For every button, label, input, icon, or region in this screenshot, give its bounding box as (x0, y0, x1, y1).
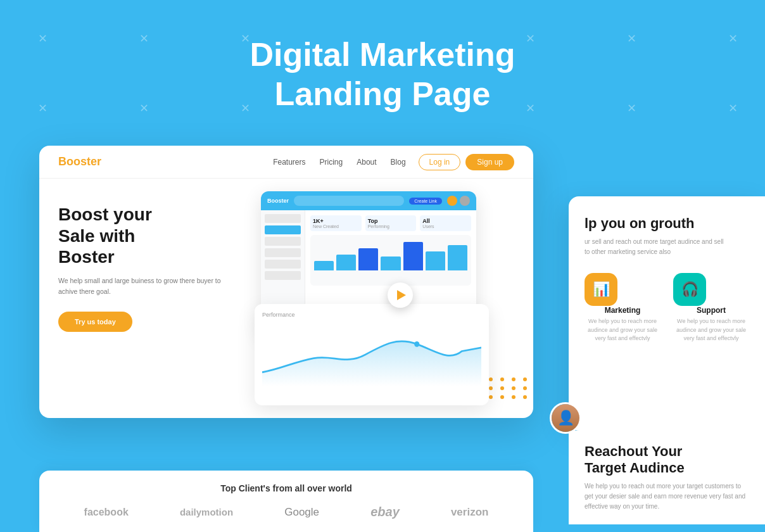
bar-chart-area (310, 235, 471, 286)
line-chart-card: Performance (255, 304, 489, 405)
dot-12 (500, 395, 504, 399)
feature-marketing-title: Marketing (585, 306, 661, 315)
hero-title: Boost your Sale with Boster (58, 204, 236, 268)
bar-3 (358, 248, 378, 270)
bar-7 (448, 245, 467, 270)
client-verizon: verizon (451, 506, 489, 519)
page-title: Digital Marketing Landing Page (0, 35, 765, 114)
marketing-icon: 📊 (593, 281, 610, 298)
client-google: Google (284, 506, 319, 519)
dot-14 (523, 395, 527, 399)
client-dailymotion: dailymotion (180, 507, 233, 517)
nav-blog[interactable]: Blog (391, 158, 406, 167)
avatar-bubble: 👤 (550, 402, 581, 434)
bar-6 (426, 251, 445, 270)
dot-8 (512, 386, 515, 390)
sidebar-item-6 (265, 271, 301, 280)
avatar-face: 👤 (552, 404, 579, 432)
sidebar-item-3 (265, 237, 301, 246)
reachout-card: Reachout Your Target Audince We help you… (569, 431, 765, 524)
stat-val-3: All (422, 218, 469, 224)
dot-4 (523, 377, 527, 381)
logo-highlight: B (58, 155, 66, 168)
clients-section: Top Client's from all over world faceboo… (39, 471, 533, 532)
hero-section: Boost your Sale with Boster We help smal… (39, 179, 533, 418)
dash-avatar (447, 196, 457, 206)
reachout-description: We help you to reach out more your targe… (585, 481, 749, 512)
signup-button[interactable]: Sign up (465, 154, 514, 170)
dash-create-btn[interactable]: Create Link (409, 198, 442, 205)
nav-about[interactable]: About (357, 158, 376, 167)
dot-11 (489, 395, 493, 399)
page-title-section: Digital Marketing Landing Page (0, 0, 765, 114)
features-title: lp you on grouth (585, 215, 749, 232)
feature-marketing-desc: We help you to reach more audince and gr… (585, 317, 661, 343)
reachout-title: Reachout Your Target Audince (585, 443, 749, 476)
sidebar-item-5 (265, 260, 301, 269)
dot-7 (500, 386, 504, 390)
features-card: lp you on grouth ur sell and reach out m… (569, 196, 765, 431)
svg-point-0 (414, 341, 419, 347)
dash-stats-row: 1K+ New Created Top Performing All Users (310, 215, 471, 231)
feature-support-title: Support (673, 306, 749, 315)
stat-label-3: Users (422, 224, 469, 229)
nav-links: Featurers Pricing About Blog (273, 158, 405, 167)
logo-text: ooster (66, 155, 101, 168)
dot-9 (523, 386, 527, 390)
feature-support-desc: We help you to reach more audince and gr… (673, 317, 749, 343)
dash-header: Booster Create Link (261, 191, 476, 210)
clients-logos: facebook dailymotion Google ebay verizon (58, 505, 514, 519)
dash-search (294, 196, 404, 206)
stat-val-2: Top (368, 218, 414, 224)
stat-label-1: New Created (313, 224, 359, 229)
client-facebook: facebook (84, 507, 129, 518)
bar-1 (314, 261, 334, 270)
sidebar-item-4 (265, 248, 301, 257)
stat-val-1: 1K+ (313, 218, 359, 224)
bar-chart (314, 239, 467, 270)
bar-5 (403, 242, 423, 270)
line-chart-svg (262, 323, 481, 386)
dash-stat-3: All Users (420, 215, 471, 231)
line-chart-label: Performance (262, 312, 481, 318)
hero-text: Boost your Sale with Boster We help smal… (58, 198, 236, 418)
hero-subtitle: We help small and large buiness to grow … (58, 276, 236, 297)
client-ebay: ebay (370, 505, 400, 519)
landing-card: Booster Featurers Pricing About Blog Log… (39, 146, 533, 418)
sidebar-item-2 (265, 225, 301, 234)
logo: Booster (58, 155, 101, 168)
play-button[interactable] (388, 282, 413, 308)
bar-4 (381, 256, 400, 271)
nav-featurers[interactable]: Featurers (273, 158, 305, 167)
dots-grid (489, 377, 533, 399)
dot-13 (512, 395, 515, 399)
feature-marketing: 📊 Marketing We help you to reach more au… (585, 273, 661, 343)
clients-title: Top Client's from all over world (58, 483, 514, 493)
support-icon: 🎧 (681, 281, 699, 298)
nav-pricing[interactable]: Pricing (320, 158, 343, 167)
dash-stat-1: 1K+ New Created (310, 215, 362, 231)
marketing-icon-box: 📊 (585, 273, 617, 306)
dash-stat-2: Top Performing (365, 215, 417, 231)
dashboard-mockup: Booster Create Link (248, 198, 514, 418)
dash-logo: Booster (267, 198, 289, 204)
login-button[interactable]: Log in (419, 154, 461, 170)
dash-avatar-2 (460, 196, 470, 206)
stat-label-2: Performing (368, 224, 414, 229)
feature-support: 🎧 Support We help you to reach more audi… (673, 273, 749, 343)
dot-1 (489, 377, 493, 381)
features-icons-row: 📊 Marketing We help you to reach more au… (585, 273, 749, 343)
dash-avatar-row (447, 196, 470, 206)
bar-2 (336, 255, 356, 270)
navbar: Booster Featurers Pricing About Blog Log… (39, 146, 533, 179)
support-icon-box: 🎧 (673, 273, 706, 306)
sidebar-item-1 (265, 214, 301, 223)
dot-3 (512, 377, 515, 381)
dot-6 (489, 386, 493, 390)
try-us-button[interactable]: Try us today (58, 312, 132, 332)
play-icon (397, 290, 406, 300)
features-description: ur sell and reach out more target audinc… (585, 237, 749, 257)
dot-2 (500, 377, 504, 381)
